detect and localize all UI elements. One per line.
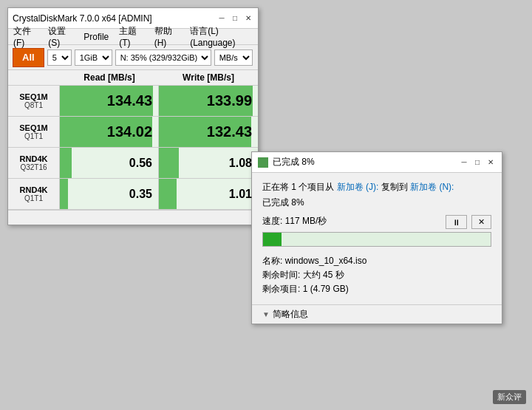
copy-from-to: 正在将 1 个项目从 新加卷 (J): 复制到 新加卷 (N): [262, 180, 491, 194]
copy-from-text: 正在将 1 个项目从 [262, 182, 334, 192]
row-name-1: SEQ1M [19, 123, 48, 132]
write-value-1: 132.43 [207, 123, 252, 140]
copy-items-value: 1 (4.79 GB) [303, 284, 349, 294]
copy-percent-label: 已完成 8% [262, 197, 491, 209]
all-button[interactable]: All [13, 48, 44, 67]
cdm-title: CrystalDiskMark 7.0.0 x64 [ADMIN] [13, 13, 152, 24]
copy-footer-label: 简略信息 [273, 308, 308, 321]
copy-content: 正在将 1 个项目从 新加卷 (J): 复制到 新加卷 (N): 已完成 8% … [252, 173, 502, 304]
copy-filename-label: 名称: [262, 256, 282, 266]
cdm-minimize-button[interactable]: ─ [216, 13, 227, 24]
cdm-restore-button[interactable]: □ [230, 13, 240, 24]
copy-minimize-button[interactable]: ─ [459, 157, 469, 168]
read-value-1: 134.02 [107, 123, 152, 140]
copy-restore-button[interactable]: □ [472, 157, 482, 168]
row-name-3: RND4K [20, 185, 48, 194]
unit-select[interactable]: MB/s [214, 49, 253, 66]
copy-from-link[interactable]: 新加卷 (J): [337, 182, 379, 192]
write-value-3: 1.01 [229, 188, 252, 201]
row-sub-3: Q1T1 [24, 194, 43, 202]
copy-speed-label: 速度: 117 MB/秒 [262, 215, 327, 229]
header-write: Write [MB/s] [159, 70, 258, 85]
row-name-0: SEQ1M [19, 92, 48, 101]
cdm-header-row: Read [MB/s] Write [MB/s] [8, 70, 258, 86]
size-select[interactable]: 1GiB [75, 49, 112, 66]
read-value-2: 0.56 [129, 157, 152, 170]
copy-items-label: 剩余项目: [262, 284, 300, 294]
cdm-menubar: 文件(F) 设置(S) Profile 主题(T) 帮助(H) 语言(L)(La… [8, 29, 258, 45]
read-cell-2: 0.56 [60, 148, 159, 178]
copy-cancel-button[interactable]: ✕ [471, 215, 491, 229]
cdm-toolbar: All 5 1GiB N: 35% (329/932GiB) MB/s [8, 45, 258, 70]
row-sub-1: Q1T1 [24, 132, 43, 140]
copy-time-value: 大约 45 秒 [303, 270, 344, 280]
table-row: RND4K Q32T16 0.56 1.08 [8, 148, 258, 179]
cdm-window-controls: ─ □ ✕ [216, 13, 253, 24]
write-cell-3: 1.01 [159, 179, 258, 209]
header-label [8, 70, 60, 85]
menu-language[interactable]: 语言(L)(Language) [188, 24, 255, 49]
menu-help[interactable]: 帮助(H) [152, 24, 183, 49]
copy-window-icon [258, 157, 268, 168]
table-row: SEQ1M Q8T1 134.43 133.99 [8, 86, 258, 117]
drive-select[interactable]: N: 35% (329/932GiB) [115, 49, 211, 66]
cdm-window: CrystalDiskMark 7.0.0 x64 [ADMIN] ─ □ ✕ … [7, 7, 259, 225]
copy-close-button[interactable]: ✕ [485, 157, 496, 168]
write-bar-3 [159, 179, 177, 209]
read-value-3: 0.35 [129, 188, 152, 201]
copy-pause-button[interactable]: ⏸ [446, 215, 467, 229]
write-cell-0: 133.99 [159, 86, 258, 116]
copy-filename-value: windows_10_x64.iso [285, 256, 367, 266]
copy-to-link[interactable]: 新加卷 (N): [410, 182, 454, 192]
header-read: Read [MB/s] [60, 70, 159, 85]
copy-items-row: 剩余项目: 1 (4.79 GB) [262, 282, 491, 296]
copy-footer[interactable]: ▼ 简略信息 [252, 304, 502, 324]
cdm-results: Read [MB/s] Write [MB/s] SEQ1M Q8T1 134.… [8, 70, 258, 210]
write-cell-1: 132.43 [159, 117, 258, 147]
menu-theme[interactable]: 主题(T) [117, 24, 146, 49]
runs-select[interactable]: 5 [47, 49, 72, 66]
write-value-2: 1.08 [229, 157, 252, 170]
row-sub-2: Q32T16 [20, 163, 47, 171]
read-cell-0: 134.43 [60, 86, 159, 116]
row-label-1: SEQ1M Q1T1 [8, 117, 60, 147]
copy-speed-row: 速度: 117 MB/秒 ⏸ ✕ [262, 215, 491, 229]
copy-title-text: 已完成 8% [273, 156, 315, 168]
cdm-statusbar [8, 210, 258, 225]
write-cell-2: 1.08 [159, 148, 258, 178]
menu-file[interactable]: 文件(F) [11, 24, 40, 49]
copy-time-label: 剩余时间: [262, 270, 300, 280]
copy-progress-bar [262, 232, 491, 247]
write-bar-2 [159, 148, 179, 178]
table-row: RND4K Q1T1 0.35 1.01 [8, 179, 258, 210]
copy-to-text: 复制到 [381, 182, 408, 192]
copy-window: 已完成 8% ─ □ ✕ 正在将 1 个项目从 新加卷 (J): 复制到 新加卷… [251, 151, 502, 324]
read-bar-3 [60, 179, 68, 209]
cdm-close-button[interactable]: ✕ [243, 13, 253, 24]
menu-settings[interactable]: 设置(S) [46, 24, 75, 49]
copy-time-row: 剩余时间: 大约 45 秒 [262, 268, 491, 282]
menu-profile[interactable]: Profile [81, 31, 111, 43]
read-value-0: 134.43 [107, 92, 152, 109]
row-sub-0: Q8T1 [24, 101, 43, 109]
read-cell-1: 134.02 [60, 117, 159, 147]
row-label-2: RND4K Q32T16 [8, 148, 60, 178]
row-label-0: SEQ1M Q8T1 [8, 86, 60, 116]
read-cell-3: 0.35 [60, 179, 159, 209]
row-label-3: RND4K Q1T1 [8, 179, 60, 209]
row-name-2: RND4K [20, 154, 48, 163]
copy-window-controls: ─ □ ✕ [459, 157, 496, 168]
write-value-0: 133.99 [207, 92, 252, 109]
copy-file-info: 名称: windows_10_x64.iso 剩余时间: 大约 45 秒 剩余项… [262, 254, 491, 297]
watermark: 新众评 [493, 390, 526, 404]
table-row: SEQ1M Q1T1 134.02 132.43 [8, 117, 258, 148]
read-bar-2 [60, 148, 72, 178]
copy-titlebar: 已完成 8% ─ □ ✕ [252, 152, 502, 173]
copy-title-area: 已完成 8% [258, 156, 315, 168]
copy-progress-fill [263, 233, 282, 246]
chevron-down-icon: ▼ [262, 310, 270, 318]
copy-filename-row: 名称: windows_10_x64.iso [262, 254, 491, 268]
